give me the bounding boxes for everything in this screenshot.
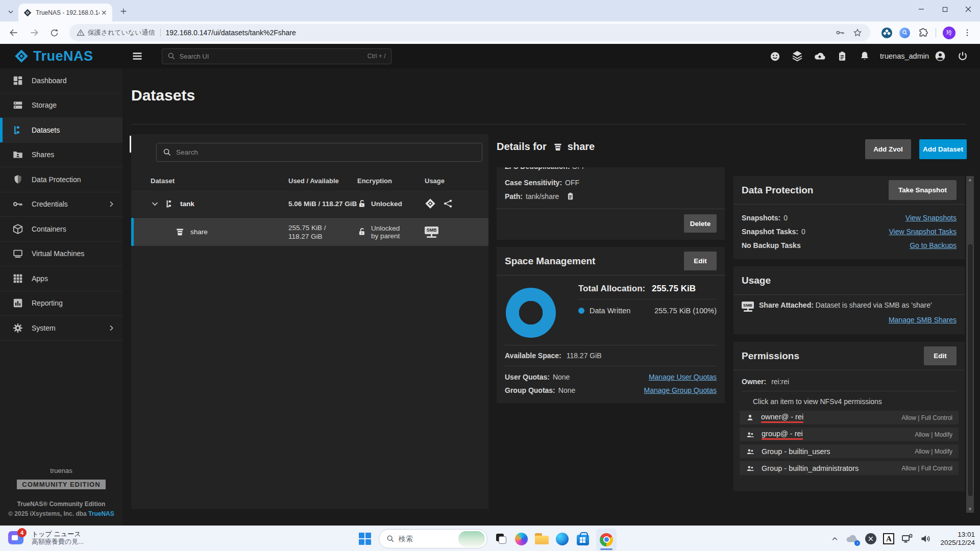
copyright-truenas-link[interactable]: TrueNAS	[88, 510, 114, 517]
sidebar-item-dashboard[interactable]: Dashboard	[0, 68, 122, 93]
alerts-bell-icon[interactable]	[859, 50, 871, 62]
security-chip[interactable]: 保護されていない通信	[77, 28, 155, 37]
view-snapshots-link[interactable]: View Snapshots	[905, 214, 957, 222]
truenas-diamond-icon[interactable]	[425, 198, 436, 209]
table-row-tank[interactable]: tank 5.06 MiB / 118.27 GiB Unlocked	[131, 189, 488, 217]
permission-row-builtin-administrators[interactable]: Group - builtin_administrators Allow | F…	[740, 461, 959, 475]
details-scrollbar[interactable]: ▲ ▼	[966, 176, 974, 513]
share-nodes-icon[interactable]	[443, 198, 453, 209]
take-snapshot-button[interactable]: Take Snapshot	[889, 180, 957, 200]
copy-clipboard-icon[interactable]	[566, 192, 575, 201]
space-edit-button[interactable]: Edit	[684, 252, 717, 270]
window-close-button[interactable]	[957, 0, 980, 18]
permission-value: Allow | Full Control	[901, 414, 952, 421]
sidebar-item-credentials[interactable]: Credentials	[0, 192, 122, 217]
system-checkup-icon[interactable]	[791, 50, 803, 62]
manage-user-quotas-link[interactable]: Manage User Quotas	[649, 373, 717, 381]
go-to-backups-link[interactable]: Go to Backups	[910, 241, 957, 249]
scrollbar-down-arrow[interactable]: ▼	[966, 506, 974, 513]
sidebar-toggle-button[interactable]	[131, 50, 143, 62]
ime-letter: A	[886, 535, 892, 543]
extension-lens-icon[interactable]	[899, 28, 910, 38]
sidebar-item-virtual-machines[interactable]: Virtual Machines	[0, 242, 122, 267]
sidebar-item-storage[interactable]: Storage	[0, 93, 122, 118]
window-minimize-button[interactable]	[910, 0, 933, 18]
onedrive-cloud-button[interactable]: i	[845, 532, 859, 545]
ui-search[interactable]: Ctrl + /	[162, 48, 391, 64]
power-icon[interactable]	[957, 50, 969, 62]
browser-profile-avatar[interactable]: 玲	[943, 27, 955, 39]
delete-button[interactable]: Delete	[684, 214, 717, 233]
scrollbar-up-arrow[interactable]: ▲	[966, 176, 974, 183]
owner-value: rei:rei	[771, 378, 789, 386]
file-explorer-button[interactable]	[535, 532, 549, 546]
sidebar-item-apps[interactable]: Apps	[0, 266, 122, 291]
truenas-logo[interactable]: TrueNAS	[14, 48, 93, 64]
column-encryption[interactable]: Encryption	[357, 177, 425, 185]
tab-search-button[interactable]	[4, 5, 17, 18]
bookmark-star-icon[interactable]	[852, 27, 863, 38]
column-dataset[interactable]: Dataset	[151, 177, 288, 185]
dataset-search[interactable]	[156, 143, 482, 162]
column-usage[interactable]: Usage	[425, 177, 488, 185]
ui-search-input[interactable]	[180, 53, 368, 60]
permissions-edit-button[interactable]: Edit	[924, 346, 957, 365]
smb-share-icon[interactable]: SMB	[425, 227, 438, 238]
clock-date: 2025/12/24	[940, 539, 975, 547]
jobs-clipboard-icon[interactable]	[836, 50, 848, 62]
column-used-available[interactable]: Used / Available	[288, 177, 357, 185]
extensions-puzzle-icon[interactable]	[917, 27, 928, 38]
browser-menu-icon[interactable]	[962, 27, 973, 38]
widgets-button[interactable]: 4 トップ ニュース 高額療養費の見...	[7, 529, 84, 546]
reporting-chart-icon	[12, 297, 23, 309]
sidebar-item-datasets[interactable]: Datasets	[0, 118, 122, 143]
sidebar-item-system[interactable]: System	[0, 316, 122, 341]
taskbar-search[interactable]	[379, 529, 487, 548]
volume-button[interactable]	[920, 533, 932, 545]
tray-clock[interactable]: 13:01 2025/12/24	[940, 531, 975, 547]
user-avatar-icon[interactable]	[934, 50, 946, 62]
scrollbar-thumb[interactable]	[967, 243, 973, 497]
feedback-smiley-icon[interactable]	[769, 50, 781, 62]
add-zvol-button[interactable]: Add Zvol	[865, 139, 911, 159]
sidebar-item-reporting[interactable]: Reporting	[0, 291, 122, 316]
ime-mode-button[interactable]: A	[883, 533, 894, 544]
permission-row-group[interactable]: group@ - rei Allow | Modify	[740, 428, 959, 441]
url-bar[interactable]: 保護されていない通信 192.168.0.147/ui/datasets/tan…	[69, 24, 871, 41]
chrome-button-active[interactable]	[596, 529, 617, 551]
dataset-search-input[interactable]	[176, 148, 476, 156]
add-dataset-button[interactable]: Add Dataset	[919, 139, 967, 159]
chevron-down-icon[interactable]	[151, 199, 159, 208]
tab-close-icon[interactable]: ✕	[100, 8, 108, 17]
permission-row-owner[interactable]: owner@ - rei Allow | Full Control	[740, 411, 959, 424]
network-button[interactable]	[901, 533, 913, 545]
table-row-share[interactable]: share 255.75 KiB / 118.27 GiB Unlocked b…	[131, 217, 488, 246]
forward-button[interactable]	[28, 26, 41, 39]
news-notification[interactable]: トップ ニュース 高額療養費の見...	[32, 530, 84, 546]
view-snapshot-tasks-link[interactable]: View Snapshot Tasks	[889, 228, 957, 236]
microsoft-store-button[interactable]	[576, 532, 590, 546]
sidebar-item-containers[interactable]: Containers	[0, 217, 122, 242]
hamburger-icon	[131, 50, 143, 62]
window-maximize-button[interactable]	[933, 0, 957, 18]
browser-tab[interactable]: TrueNAS - 192.168.0.147 ✕	[18, 4, 112, 21]
edge-button[interactable]	[555, 532, 569, 546]
truenas-connect-cloud-icon[interactable]	[814, 50, 826, 62]
new-tab-button[interactable]	[117, 5, 130, 17]
manage-smb-shares-link[interactable]: Manage SMB Shares	[889, 316, 957, 324]
extension-truenas-icon[interactable]	[881, 28, 892, 38]
reload-button[interactable]	[48, 26, 61, 39]
space-card-body: Total Allocation: 255.75 KiB Data Writte…	[497, 276, 725, 345]
tray-close-status-button[interactable]	[865, 533, 876, 544]
copilot-button[interactable]	[514, 532, 528, 546]
permission-row-builtin-users[interactable]: Group - builtin_users Allow | Modify	[740, 444, 959, 458]
manage-group-quotas-link[interactable]: Manage Group Quotas	[644, 386, 717, 394]
back-button[interactable]	[7, 26, 20, 39]
task-view-button[interactable]	[494, 532, 508, 546]
start-button[interactable]	[358, 532, 372, 546]
sidebar-item-data-protection[interactable]: Data Protection	[0, 167, 122, 192]
sidebar-item-shares[interactable]: Shares	[0, 143, 122, 168]
hidden-icons-button[interactable]	[831, 535, 839, 543]
password-key-icon[interactable]	[835, 27, 846, 38]
taskbar-search-input[interactable]	[399, 535, 458, 543]
